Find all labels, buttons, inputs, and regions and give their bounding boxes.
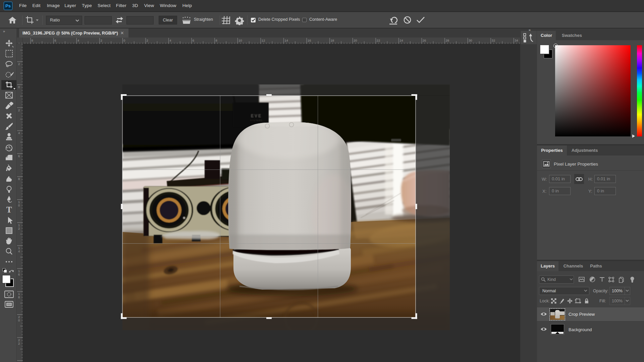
svg-text:EVE: EVE xyxy=(251,114,262,118)
svg-text:SYSTEMS: SYSTEMS xyxy=(250,119,263,121)
